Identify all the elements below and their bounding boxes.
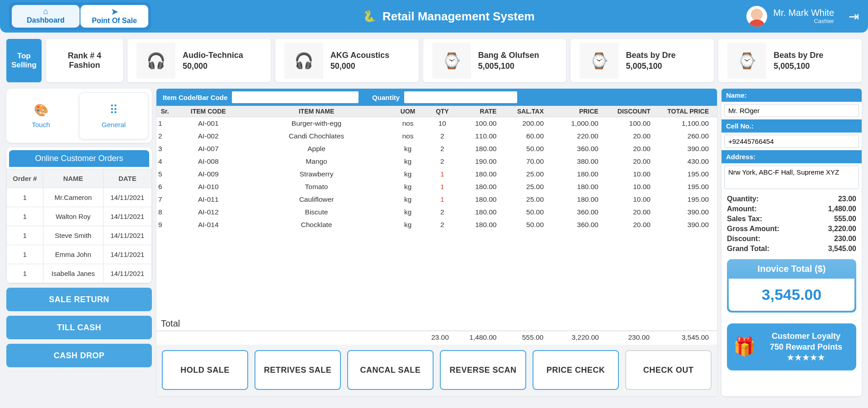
star-icon: ★★★★★ [762, 353, 850, 363]
grid-row[interactable]: 8AI-012Biscutekg 2180.0050.00 360.0020.0… [156, 206, 717, 218]
sale-return-button[interactable]: SALE RETURN [6, 288, 152, 311]
product-image: ⌚ [727, 43, 766, 79]
rank-card[interactable]: Rank # 4 Fashion [46, 39, 123, 82]
send-icon: ➤ [90, 7, 138, 17]
product-price: 5,005,100 [478, 61, 539, 71]
grid-col: DISCOUNT [607, 106, 659, 117]
grid-col: PRICE [552, 106, 607, 117]
grid-col: RATE [458, 106, 505, 117]
home-icon: ⌂ [22, 7, 70, 16]
right-panel: Name: Cell No.: Address: Quantity:23.00A… [722, 89, 862, 396]
invoice-total-label: Inovice Total ($) [727, 259, 856, 279]
name-label: Name: [722, 89, 862, 102]
grid-row[interactable]: 9AI-014Chocklatekg 2180.0050.00 360.0020… [156, 218, 717, 231]
customer-cell-input[interactable] [724, 135, 859, 148]
palette-icon: 🎨 [34, 103, 48, 117]
sale-grid-panel: Item Code/Bar Code Quantity Sr.ITEM CODE… [156, 89, 717, 396]
tab-dashboard[interactable]: ⌂ Dashboard [12, 5, 80, 28]
quantity-input[interactable] [404, 91, 517, 103]
orders-title: Online Customer Orders [9, 150, 149, 167]
cash-drop-button[interactable]: CASH DROP [6, 344, 152, 367]
customer-box: Name: Cell No.: Address: Quantity:23.00A… [722, 89, 862, 396]
action-check out[interactable]: CHECK OUT [625, 350, 712, 390]
user-name: Mr. Mark White [774, 8, 834, 18]
action-cancal sale[interactable]: CANCAL SALE [347, 350, 434, 390]
logout-icon[interactable]: ⇥ [849, 9, 859, 24]
tab-label: Point Of Sale [92, 17, 137, 24]
grid-col: TOTAL PRICE [659, 106, 717, 117]
mode-general[interactable]: ⠿ General [79, 92, 148, 139]
top-selling-strip: Top Selling Rank # 4 Fashion 🎧 Audio-Tec… [6, 39, 862, 82]
tab-label: Dashboard [27, 16, 65, 24]
app-title: 🐍 Retail Management System [363, 9, 535, 24]
product-card[interactable]: 🎧 AKG Acoustics 50,000 [275, 39, 419, 82]
summary-row: Grand Total:3,545.00 [727, 244, 856, 254]
order-row[interactable]: 1Walton Roy14/11/2021 [7, 207, 152, 226]
item-code-input[interactable] [232, 91, 359, 103]
order-row[interactable]: 1Steve Smith14/11/2021 [7, 226, 152, 245]
product-name: Bang & Olufsen [478, 51, 539, 60]
topbar: ⌂ Dashboard ➤ Point Of Sale 🐍 Retail Man… [0, 0, 868, 33]
loyalty-card[interactable]: 🎁 Customer Loyalty 750 Reward Points ★★★… [727, 323, 856, 370]
product-card[interactable]: ⌚ Beats by Dre 5,005,100 [718, 39, 862, 82]
mode-switch: 🎨 Touch ⠿ General [6, 89, 152, 143]
summary-row: Amount:1,480.00 [727, 204, 856, 214]
user-role: Cashier [774, 18, 834, 24]
product-image: ⌚ [580, 43, 618, 79]
product-card[interactable]: 🎧 Audio-Technica 50,000 [127, 39, 271, 82]
grid-row[interactable]: 6AI-010Tomatokg 1180.0025.00 180.0010.00… [156, 180, 717, 193]
sale-grid: Sr.ITEM CODEITEM NAMEUOMQTYRATESAL.TAXPR… [156, 106, 717, 231]
action-reverse scan[interactable]: REVERSE SCAN [440, 350, 526, 390]
invoice-total-value: 3,545.00 [729, 279, 854, 311]
order-row[interactable]: 1Mr.Cameron14/11/2021 [7, 188, 152, 207]
product-card[interactable]: ⌚ Bang & Olufsen 5,005,100 [423, 39, 566, 82]
grid-row[interactable]: 2AI-002Candi Chochlatesnos 2110.0060.00 … [156, 130, 717, 142]
summary-row: Quantity:23.00 [727, 194, 856, 204]
summary-row: Gross Amount:3,220.00 [727, 224, 856, 234]
scan-bar: Item Code/Bar Code Quantity [156, 89, 717, 106]
action-row: HOLD SALERETRIVES SALECANCAL SALEREVERSE… [156, 345, 717, 396]
grid-row[interactable]: 1AI-001Burger-with-eggnos 10100.00200.00… [156, 117, 717, 130]
grid-col: UOM [390, 106, 426, 117]
app-title-text: Retail Management System [382, 9, 535, 24]
mode-touch[interactable]: 🎨 Touch [6, 89, 75, 143]
orders-col: Order # [7, 169, 43, 188]
top-tabs: ⌂ Dashboard ➤ Point Of Sale [9, 2, 151, 30]
action-retrives sale[interactable]: RETRIVES SALE [255, 350, 341, 390]
grid-row[interactable]: 3AI-007Applekg 2180.0050.00 360.0020.003… [156, 142, 717, 155]
product-price: 5,005,100 [774, 61, 823, 71]
grid-col: ITEM CODE [173, 106, 243, 117]
summary-row: Sales Tax:555.00 [727, 214, 856, 224]
user-block: Mr. Mark White Cashier ⇥ [746, 6, 859, 27]
grid-row[interactable]: 5AI-009Strawberrykg 1180.0025.00 180.001… [156, 168, 717, 180]
product-price: 50,000 [330, 61, 389, 71]
product-card[interactable]: ⌚ Beats by Dre 5,005,100 [571, 39, 714, 82]
order-row[interactable]: 1Isabella Janes14/11/2021 [7, 264, 152, 283]
grid-row[interactable]: 7AI-011Cauliflowerkg 1180.0025.00 180.00… [156, 193, 717, 206]
orders-col: NAME [43, 169, 103, 188]
code-label: Item Code/Bar Code [161, 94, 229, 101]
total-label: Total [156, 314, 717, 331]
customer-addr-input[interactable] [724, 166, 859, 189]
orders-col: DATE [103, 169, 151, 188]
tab-pos[interactable]: ➤ Point Of Sale [80, 5, 148, 28]
loyalty-points: 750 Reward Points [762, 342, 850, 352]
invoice-total: Inovice Total ($) 3,545.00 [727, 259, 856, 313]
grid-col: QTY [426, 106, 458, 117]
orders-table: Order #NAMEDATE 1Mr.Cameron14/11/20211Wa… [6, 169, 152, 283]
main-area: 🎨 Touch ⠿ General Online Customer Orders… [6, 89, 862, 396]
till-cash-button[interactable]: TILL CASH [6, 316, 152, 339]
grid-col: ITEM NAME [243, 106, 390, 117]
python-icon: 🐍 [363, 10, 376, 23]
product-name: Beats by Dre [774, 51, 823, 60]
left-panel: 🎨 Touch ⠿ General Online Customer Orders… [6, 89, 152, 396]
action-hold sale[interactable]: HOLD SALE [162, 350, 248, 390]
avatar[interactable] [746, 6, 767, 27]
customer-name-input[interactable] [724, 104, 859, 117]
grid-row[interactable]: 4AI-008Mangokg 2190.0070.00 380.0020.004… [156, 155, 717, 168]
qty-label: Quantity [370, 94, 401, 101]
gift-icon: 🎁 [733, 336, 756, 357]
product-name: AKG Acoustics [330, 51, 389, 60]
action-price check[interactable]: PRICE CHECK [533, 350, 619, 390]
order-row[interactable]: 1Emma John14/11/2021 [7, 245, 152, 264]
